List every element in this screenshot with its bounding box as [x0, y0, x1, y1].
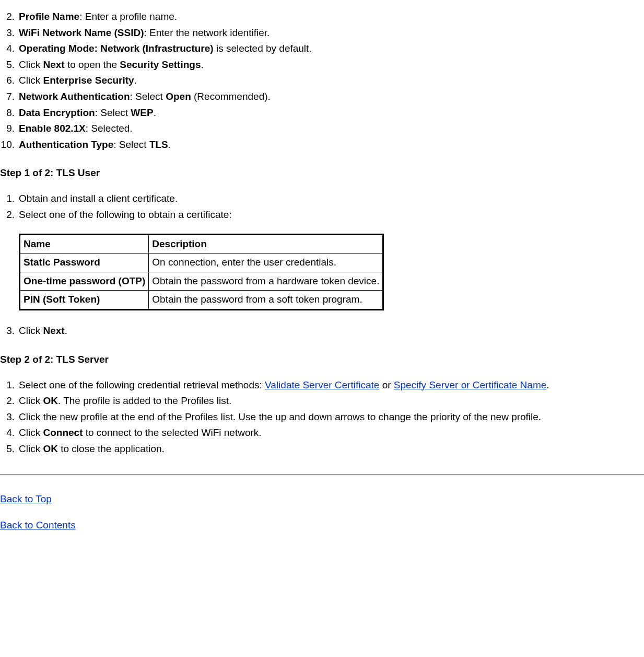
- item-number: 5.: [0, 442, 19, 456]
- step-2-heading: Step 2 of 2: TLS Server: [0, 354, 644, 365]
- item-text: Click OK. The profile is added to the Pr…: [19, 394, 644, 408]
- item-text: Operating Mode: Network (Infrastructure)…: [19, 42, 644, 56]
- list-item: 4. Click Connect to connect to the selec…: [0, 426, 644, 440]
- item-number: 8.: [0, 106, 19, 120]
- item-text: Obtain and install a client certificate.: [19, 192, 644, 206]
- item-text: Click Next.: [19, 324, 644, 338]
- list-item: 1. Select one of the following credentia…: [0, 378, 644, 393]
- item-text: Enable 802.1X: Selected.: [19, 122, 644, 136]
- divider: [0, 474, 644, 475]
- table-cell-name: PIN (Soft Token): [20, 291, 149, 310]
- table-header-row: Name Description: [20, 234, 383, 253]
- item-text: Select one of the following to obtain a …: [19, 208, 644, 322]
- document-content: 2. Profile Name: Enter a profile name. 3…: [0, 10, 644, 556]
- table-header-name: Name: [20, 234, 149, 253]
- list-item: 1. Obtain and install a client certifica…: [0, 192, 644, 206]
- table-cell-desc: Obtain the password from a hardware toke…: [149, 272, 383, 291]
- list-item: 6. Click Enterprise Security.: [0, 74, 644, 88]
- list-item: 5. Click OK to close the application.: [0, 442, 644, 456]
- item-number: 3.: [0, 410, 19, 424]
- link-specify-server-or-certificate-name[interactable]: Specify Server or Certificate Name: [394, 379, 547, 390]
- table-row: Static Password On connection, enter the…: [20, 253, 383, 272]
- list-item: 3. Click the new profile at the end of t…: [0, 410, 644, 424]
- item-text: WiFi Network Name (SSID): Enter the netw…: [19, 26, 644, 40]
- table-header-description: Description: [149, 234, 383, 253]
- item-text: Select one of the following credential r…: [19, 378, 644, 393]
- link-validate-server-certificate[interactable]: Validate Server Certificate: [265, 379, 379, 390]
- step-1-heading: Step 1 of 2: TLS User: [0, 167, 644, 179]
- list-item: 5. Click Next to open the Security Setti…: [0, 58, 644, 72]
- item-number: 3.: [0, 26, 19, 40]
- item-number: 2.: [0, 394, 19, 408]
- footer-links: Back to Top Back to Contents: [0, 493, 644, 531]
- item-text: Profile Name: Enter a profile name.: [19, 10, 644, 24]
- list-item: 7. Network Authentication: Select Open (…: [0, 90, 644, 104]
- item-text: Authentication Type: Select TLS.: [19, 138, 644, 152]
- item-number: 1.: [0, 192, 19, 206]
- certificate-table: Name Description Static Password On conn…: [19, 234, 384, 310]
- item-number: 4.: [0, 42, 19, 56]
- list-item: 3. WiFi Network Name (SSID): Enter the n…: [0, 26, 644, 40]
- list-item: 8. Data Encryption: Select WEP.: [0, 106, 644, 120]
- item-text: Click the new profile at the end of the …: [19, 410, 644, 424]
- step-1-list: 1. Obtain and install a client certifica…: [0, 192, 644, 338]
- list-item: 2. Select one of the following to obtain…: [0, 208, 644, 322]
- item-number: 4.: [0, 426, 19, 440]
- list-item: 4. Operating Mode: Network (Infrastructu…: [0, 42, 644, 56]
- list-item: 2. Click OK. The profile is added to the…: [0, 394, 644, 408]
- list-item: 3. Click Next.: [0, 324, 644, 338]
- list-item: 2. Profile Name: Enter a profile name.: [0, 10, 644, 24]
- item-number: 5.: [0, 58, 19, 72]
- link-back-to-contents[interactable]: Back to Contents: [0, 520, 76, 531]
- item-number: 7.: [0, 90, 19, 104]
- item-number: 2.: [0, 10, 19, 24]
- table-row: PIN (Soft Token) Obtain the password fro…: [20, 291, 383, 310]
- table-cell-name: One-time password (OTP): [20, 272, 149, 291]
- list-item: 10. Authentication Type: Select TLS.: [0, 138, 644, 152]
- item-text: Click OK to close the application.: [19, 442, 644, 456]
- list-item: 9. Enable 802.1X: Selected.: [0, 122, 644, 136]
- item-text: Click Next to open the Security Settings…: [19, 58, 644, 72]
- table-cell-name: Static Password: [20, 253, 149, 272]
- item-number: 2.: [0, 208, 19, 322]
- item-text: Data Encryption: Select WEP.: [19, 106, 644, 120]
- table-cell-desc: Obtain the password from a soft token pr…: [149, 291, 383, 310]
- item-text: Click Enterprise Security.: [19, 74, 644, 88]
- item-number: 6.: [0, 74, 19, 88]
- item-number: 3.: [0, 324, 19, 338]
- item-number: 9.: [0, 122, 19, 136]
- item-number: 10.: [0, 138, 19, 152]
- item-text: Network Authentication: Select Open (Rec…: [19, 90, 644, 104]
- item-text: Click Connect to connect to the selected…: [19, 426, 644, 440]
- item-number: 1.: [0, 378, 19, 393]
- table-row: One-time password (OTP) Obtain the passw…: [20, 272, 383, 291]
- table-cell-desc: On connection, enter the user credential…: [149, 253, 383, 272]
- step-2-list: 1. Select one of the following credentia…: [0, 378, 644, 456]
- link-back-to-top[interactable]: Back to Top: [0, 493, 52, 504]
- initial-steps-list: 2. Profile Name: Enter a profile name. 3…: [0, 10, 644, 152]
